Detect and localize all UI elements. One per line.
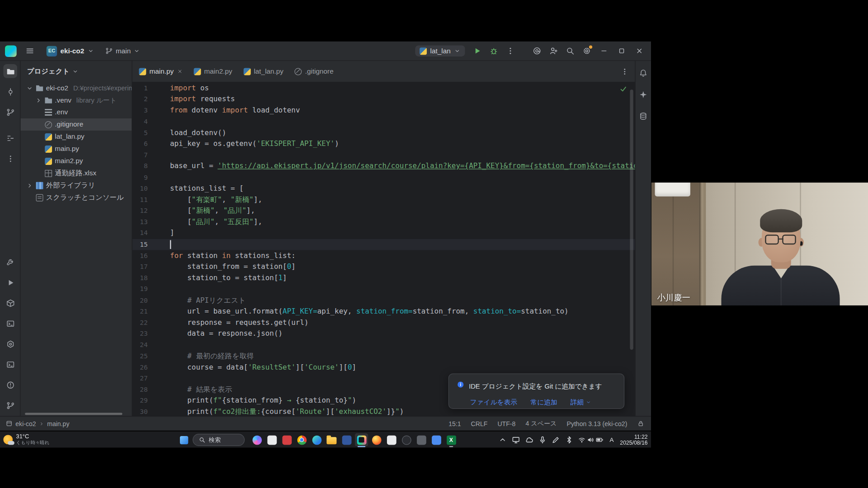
code-line[interactable]: 6api_key = os.getenv('EKISPERT_API_KEY') xyxy=(132,138,635,150)
tool-button-commit[interactable] xyxy=(3,84,17,99)
tool-button-problems[interactable] xyxy=(3,378,17,392)
code-editor[interactable]: 1import os2import requests3from dotenv i… xyxy=(132,82,635,416)
tree-item-lat_lan.py[interactable]: lat_lan.py xyxy=(20,131,132,143)
tree-item-main.py[interactable]: main.py xyxy=(20,143,132,155)
tray-bluetooth-icon[interactable] xyxy=(565,436,574,445)
taskbar-app-app-blue[interactable] xyxy=(429,433,443,446)
code-line[interactable]: 11 ["有楽町", "新橋"], xyxy=(132,194,635,206)
code-line[interactable]: 21 url = base_url.format(API_KEY=api_key… xyxy=(132,306,635,317)
code-line[interactable]: 2import requests xyxy=(132,94,635,105)
tree-item-main2.py[interactable]: main2.py xyxy=(20,155,132,167)
editor-tab-lat_lan.py[interactable]: lat_lan.py xyxy=(238,61,289,82)
code-line[interactable]: 7 xyxy=(132,150,635,161)
tool-button-terminal[interactable] xyxy=(3,357,17,371)
tool-button-tools[interactable] xyxy=(3,255,17,269)
code-line[interactable]: 16for station in stations_list: xyxy=(132,250,635,261)
line-separator[interactable]: CRLF xyxy=(471,420,488,427)
taskbar-app-explorer[interactable] xyxy=(325,433,338,446)
breadcrumb-project[interactable]: eki-co2 xyxy=(15,420,36,427)
breadcrumb-file[interactable]: main.py xyxy=(47,420,69,427)
network-volume-battery-button[interactable] xyxy=(578,436,603,444)
caret-position[interactable]: 15:1 xyxy=(448,420,461,427)
code-line[interactable]: 26 course = data['ResultSet']['Course'][… xyxy=(132,361,635,373)
tool-button-version-control[interactable] xyxy=(3,399,17,413)
code-line[interactable]: 20 # APIリクエスト xyxy=(132,295,635,306)
code-line[interactable]: 9 xyxy=(132,172,635,183)
maximize-button[interactable] xyxy=(613,41,630,61)
notification-action-詳細[interactable]: 詳細 xyxy=(571,397,591,408)
taskbar-app-copilot[interactable] xyxy=(250,433,263,446)
editor-tab-main2.py[interactable]: main2.py xyxy=(188,61,238,82)
taskbar-app-app-navy[interactable] xyxy=(340,433,353,446)
more-actions-button[interactable] xyxy=(503,43,518,59)
code-line[interactable]: 3from dotenv import load_dotenv xyxy=(132,105,635,116)
ime-indicator[interactable]: A xyxy=(608,436,615,443)
code-line[interactable]: 14] xyxy=(132,228,635,239)
code-line[interactable]: 5load_dotenv() xyxy=(132,127,635,138)
code-line[interactable]: 25 # 最初の経路を取得 xyxy=(132,351,635,362)
close-button[interactable] xyxy=(631,41,648,61)
taskbar-app-pycharm[interactable] xyxy=(355,433,368,446)
search-everywhere-icon[interactable] xyxy=(562,43,578,59)
tray-pen-icon[interactable] xyxy=(552,436,561,445)
tool-button-notifications[interactable] xyxy=(637,66,650,80)
run-config-widget[interactable]: lat_lan xyxy=(415,45,465,56)
tree-item-スクラッチとコンソール[interactable]: スクラッチとコンソール xyxy=(20,192,132,204)
code-line[interactable]: 12 ["新橋", "品川"], xyxy=(132,205,635,216)
taskbar-app-firefox[interactable] xyxy=(370,433,383,446)
vertical-scrollbar[interactable] xyxy=(630,89,633,350)
settings-gear-icon[interactable] xyxy=(579,43,594,59)
taskbar-app-excel[interactable]: X xyxy=(444,433,458,446)
tree-item-.env[interactable]: .env xyxy=(20,106,132,118)
close-tab-icon[interactable] xyxy=(177,69,183,74)
code-line[interactable]: 19 xyxy=(132,283,635,295)
horizontal-scrollbar[interactable] xyxy=(25,413,123,415)
main-menu-button[interactable] xyxy=(22,43,38,59)
tray-monitor-icon[interactable] xyxy=(511,436,520,445)
indent-style[interactable]: 4 スペース xyxy=(525,419,557,427)
lock-icon[interactable] xyxy=(637,420,644,427)
tool-button-services[interactable] xyxy=(3,337,17,351)
tool-button-more[interactable] xyxy=(3,152,17,166)
notification-action-常に追加[interactable]: 常に追加 xyxy=(531,397,557,408)
code-line[interactable]: 17 station_from = station[0] xyxy=(132,261,635,272)
project-panel-header[interactable]: プロジェクト xyxy=(20,61,132,82)
code-line[interactable]: 8base_url = 'https://api.ekispert.jp/v1/… xyxy=(132,160,635,172)
task-view-button[interactable] xyxy=(177,433,190,446)
code-line[interactable]: 24 xyxy=(132,339,635,351)
python-interpreter[interactable]: Python 3.13 (eki-co2) xyxy=(566,420,627,427)
tree-item-外部ライブラリ[interactable]: 外部ライブラリ xyxy=(20,179,132,192)
taskbar-app-notepad[interactable] xyxy=(265,433,278,446)
tool-button-python-console[interactable] xyxy=(3,316,17,330)
taskbar-app-app-red[interactable] xyxy=(280,433,293,446)
weather-widget[interactable]: 31°C くもり時々晴れ xyxy=(3,433,49,446)
code-line[interactable]: 4 xyxy=(132,116,635,127)
code-line[interactable]: 1import os xyxy=(132,82,635,94)
code-line[interactable]: 18 station_to = station[1] xyxy=(132,272,635,284)
taskbar-app-notepad2[interactable] xyxy=(385,433,398,446)
tree-chevron-icon[interactable] xyxy=(35,97,42,104)
tree-chevron-icon[interactable] xyxy=(26,84,33,92)
notification-action-ファイルを表示[interactable]: ファイルを表示 xyxy=(470,397,518,408)
tree-item-eki-co2[interactable]: eki-co2D:¥projects¥experiment xyxy=(20,82,132,94)
code-line[interactable]: 22 response = requests.get(url) xyxy=(132,317,635,328)
taskbar-app-app-gray[interactable] xyxy=(415,433,428,446)
project-widget[interactable]: EC eki-co2 xyxy=(43,44,98,58)
tool-button-ai-assistant[interactable] xyxy=(637,88,650,101)
tree-item-.venv[interactable]: .venvlibrary ルート xyxy=(20,94,132,106)
taskbar-search[interactable]: 検索 xyxy=(193,434,245,446)
file-encoding[interactable]: UTF-8 xyxy=(497,420,515,427)
tray-mic-icon[interactable] xyxy=(538,436,547,445)
run-button[interactable] xyxy=(469,43,485,59)
editor-tab-.gitignore[interactable]: .gitignore xyxy=(289,61,339,82)
code-line[interactable]: 10stations_list = [ xyxy=(132,183,635,194)
hidden-icons-button[interactable] xyxy=(498,436,507,445)
tool-button-project[interactable] xyxy=(3,64,17,78)
taskbar-app-obs[interactable] xyxy=(400,433,413,446)
taskbar-app-chrome[interactable] xyxy=(295,433,308,446)
tool-button-structure[interactable] xyxy=(3,131,17,145)
tool-button-pull-requests[interactable] xyxy=(3,105,17,119)
tray-onedrive-icon[interactable] xyxy=(525,436,534,445)
tool-button-run[interactable] xyxy=(3,276,17,290)
code-line[interactable]: 15 xyxy=(132,239,635,250)
